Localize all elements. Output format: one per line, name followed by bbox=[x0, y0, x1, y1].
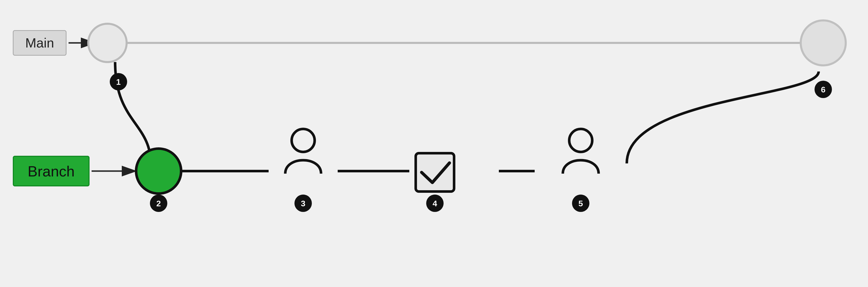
diagram-canvas: Main Branch bbox=[0, 0, 868, 287]
branch-start-circle bbox=[136, 149, 181, 193]
badge-5-label: 5 bbox=[579, 199, 583, 208]
main-start-circle bbox=[88, 24, 127, 62]
badge-3-label: 3 bbox=[301, 199, 305, 208]
badge-4-label: 4 bbox=[433, 199, 437, 208]
person-icon-5 bbox=[563, 129, 599, 174]
svg-point-7 bbox=[291, 129, 315, 152]
person-icon-3 bbox=[285, 129, 321, 174]
badge-2-label: 2 bbox=[156, 199, 161, 208]
svg-point-8 bbox=[569, 129, 592, 152]
badge-6-label: 6 bbox=[821, 85, 826, 94]
workflow-svg: 1 2 3 4 5 6 bbox=[0, 0, 868, 287]
end-circle bbox=[801, 21, 846, 65]
badge-1-label: 1 bbox=[116, 77, 121, 86]
